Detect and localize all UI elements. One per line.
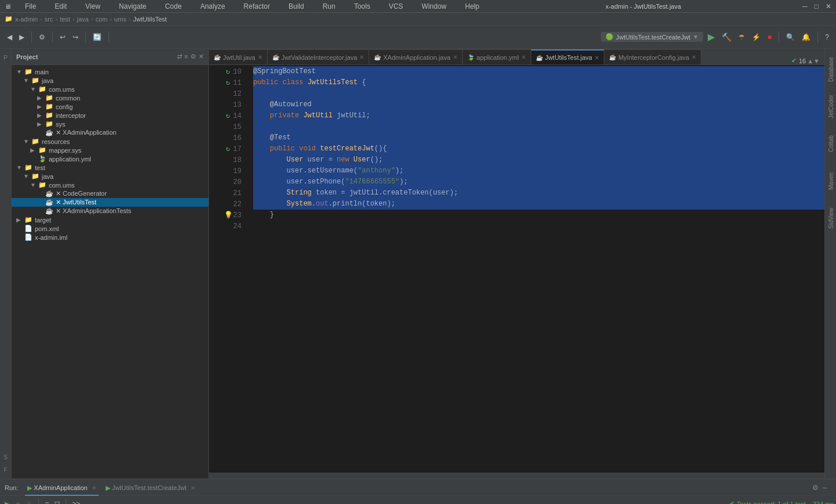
menu-file[interactable]: File [20, 0, 41, 13]
stop-button[interactable]: ■ [765, 32, 774, 42]
run-expand-button[interactable]: >> [70, 499, 82, 505]
tab-line-count: ✔ 16 ▲ ▼ [701, 57, 824, 64]
structure-icon[interactable]: S [1, 452, 11, 462]
run-config-label: JwtUtilsTest.testCreateJwt [616, 34, 690, 41]
tree-item-application-yml[interactable]: 🍃 application.yml [12, 154, 208, 163]
close-button[interactable]: ✕ [826, 2, 831, 10]
tab-close-appyml[interactable]: ✕ [521, 54, 526, 60]
tree-item-mapper-sys[interactable]: ▶ 📁 mapper.sys [12, 146, 208, 154]
tree-item-xadmin-app[interactable]: ☕ ✕ XAdminApplication [12, 128, 208, 137]
tree-item-java-main[interactable]: ▼ 📁 java [12, 76, 208, 85]
database-icon[interactable]: Database [825, 52, 837, 87]
project-close-icon[interactable]: ✕ [199, 53, 204, 60]
tree-item-interceptor[interactable]: ▶ 📁 interceptor [12, 111, 208, 120]
project-sync-icon[interactable]: ⇄ [177, 53, 182, 60]
run-sort-button[interactable]: ≡ [42, 499, 51, 505]
panel-settings-icon[interactable]: ⚙ [810, 484, 820, 492]
code-content[interactable]: @SpringBootTest public class JwtUtilsTes… [244, 65, 824, 473]
sidview-icon[interactable]: SidView [825, 201, 837, 236]
project-settings-icon[interactable]: ⚙ [190, 53, 196, 60]
maximize-button[interactable]: □ [815, 2, 819, 10]
toolbar-project-button[interactable]: ⚙ [37, 32, 48, 42]
tree-item-code-generator[interactable]: ☕ ✕ CodeGenerator [12, 189, 208, 198]
menu-window[interactable]: Window [417, 0, 451, 13]
tree-item-com-ums[interactable]: ▼ 📁 com.ums [12, 85, 208, 93]
menu-code[interactable]: Code [160, 0, 186, 13]
breadcrumb-item-4[interactable]: com [95, 16, 107, 23]
run-config-tab-close[interactable]: ✕ [92, 485, 96, 491]
tree-item-com-ums-test[interactable]: ▼ 📁 com.ums [12, 181, 208, 189]
settings-button[interactable]: 🔔 [799, 32, 813, 42]
coverage-button[interactable]: ☂ [736, 32, 747, 42]
menu-help[interactable]: Help [460, 0, 484, 13]
tree-item-main[interactable]: ▼ 📁 main [12, 67, 208, 76]
menu-run[interactable]: Run [318, 0, 340, 13]
editor-scrollbar[interactable] [209, 473, 824, 478]
profile-button[interactable]: ⚡ [749, 32, 763, 42]
tree-item-iml[interactable]: 📄 x-admin.iml [12, 233, 208, 242]
tree-item-sys[interactable]: ▶ 📁 sys [12, 120, 208, 128]
toolbar-sep-3 [85, 31, 86, 43]
breadcrumb-item-1[interactable]: src [45, 16, 53, 23]
coltab-icon[interactable]: Coltab [825, 127, 837, 161]
breadcrumb-item-3[interactable]: java [77, 16, 89, 23]
run-stop-button[interactable]: ■ [13, 499, 22, 505]
toolbar-forward-button[interactable]: ▶ [17, 32, 27, 42]
breadcrumb-item-6[interactable]: JwtUtilsTest [133, 16, 167, 23]
run-test-tab[interactable]: ▶ JwtUtilsTest.testCreateJwt ✕ [103, 480, 198, 496]
menu-vcs[interactable]: VCS [384, 0, 408, 13]
toolbar-redo-button[interactable]: ↪ [70, 32, 81, 42]
toolbar-back-button[interactable]: ◀ [5, 32, 15, 42]
tab-jwtvalidate[interactable]: ☕ JwtValidateInterceptor.java ✕ [268, 49, 370, 64]
tree-item-jwt-utils-test[interactable]: ☕ ✕ JwtUtilsTest [12, 198, 208, 207]
tab-close-jwtutilstest[interactable]: ✕ [594, 55, 599, 61]
toolbar-undo-button[interactable]: ↩ [57, 32, 68, 42]
tab-jwtutilstest[interactable]: ☕ JwtUtilsTest.java ✕ [531, 49, 604, 64]
tree-item-pom[interactable]: 📄 pom.xml [12, 224, 208, 233]
help-button[interactable]: ? [823, 32, 831, 42]
run-filter-button[interactable]: ▽ [52, 499, 62, 505]
tab-myinterceptor[interactable]: ☕ MyInterceptorConfig.java ✕ [604, 49, 701, 64]
menu-build[interactable]: Build [284, 0, 309, 13]
build-button[interactable]: 🔨 [719, 31, 734, 43]
panel-close-icon[interactable]: ─ [820, 484, 829, 492]
search-button[interactable]: 🔍 [784, 32, 797, 42]
tab-close-jwtvalidate[interactable]: ✕ [359, 54, 364, 60]
run-test-tab-close[interactable]: ✕ [190, 485, 195, 491]
run-config-tab[interactable]: ▶ XAdminApplication ✕ [25, 480, 98, 496]
tree-item-config[interactable]: ▶ 📁 config [12, 102, 208, 111]
breadcrumb-item-0[interactable]: x-admin [15, 16, 38, 23]
menu-navigate[interactable]: Navigate [114, 0, 151, 13]
tab-jwtutil[interactable]: ☕ JwtUtil.java ✕ [209, 49, 268, 64]
code-editor[interactable]: ↻ 10 ↻ 11 12 13 ↻ 14 [209, 65, 824, 473]
project-collapse-icon[interactable]: ≡ [185, 53, 188, 60]
tree-item-common[interactable]: ▶ 📁 common [12, 93, 208, 102]
breadcrumb-item-5[interactable]: ums [114, 16, 127, 23]
tree-item-xadmin-app-tests[interactable]: ☕ ✕ XAdminApplicationTests [12, 207, 208, 215]
run-config-dropdown[interactable]: 🟢 JwtUtilsTest.testCreateJwt ▼ [601, 32, 703, 42]
menu-tools[interactable]: Tools [349, 0, 375, 13]
tree-item-java-test[interactable]: ▼ 📁 java [12, 172, 208, 181]
tab-appyml[interactable]: 🍃 application.yml ✕ [463, 49, 531, 64]
tree-item-resources[interactable]: ▼ 📁 resources [12, 137, 208, 146]
favorites-icon[interactable]: F [1, 465, 11, 475]
minimize-button[interactable]: ─ [802, 2, 808, 10]
run-rerun-button[interactable]: ▶ [2, 499, 12, 505]
tree-item-target[interactable]: ▶ 📁 target [12, 215, 208, 224]
menu-edit[interactable]: Edit [50, 0, 71, 13]
breadcrumb-item-2[interactable]: test [60, 16, 70, 23]
menu-refactor[interactable]: Refactor [239, 0, 275, 13]
menu-view[interactable]: View [81, 0, 105, 13]
tree-item-test[interactable]: ▼ 📁 test [12, 163, 208, 172]
tab-close-xadmin[interactable]: ✕ [453, 54, 457, 60]
jetcoder-icon[interactable]: JetCoder [825, 89, 837, 124]
run-button[interactable]: ▶ [705, 30, 717, 44]
tab-xadmin[interactable]: ☕ XAdminApplication.java ✕ [369, 49, 463, 64]
maven-icon[interactable]: Maven [825, 164, 837, 199]
project-icon[interactable]: P [1, 52, 11, 63]
run-pause-button[interactable]: ⏸ [23, 499, 35, 505]
tab-close-myinterceptor[interactable]: ✕ [691, 54, 696, 60]
toolbar-vcs-button[interactable]: 🔄 [91, 32, 104, 42]
tab-close-jwtutil[interactable]: ✕ [258, 54, 262, 60]
menu-analyze[interactable]: Analyze [196, 0, 230, 13]
